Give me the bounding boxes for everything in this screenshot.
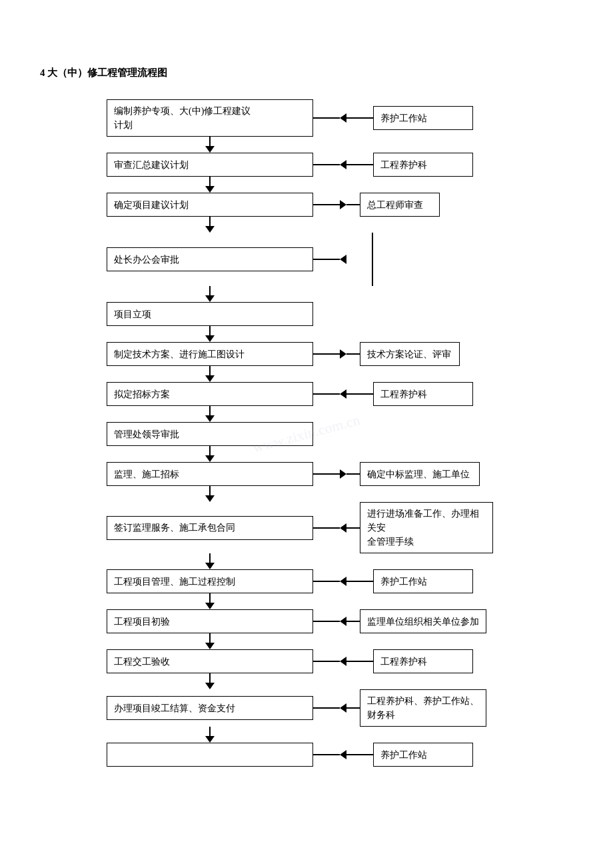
- step4-box: 处长办公会审批: [107, 247, 313, 271]
- step2-side: 工程养护科: [373, 153, 473, 177]
- step13-row: 工程交工验收 工程养护科: [107, 649, 473, 673]
- step11-box: 工程项目管理、施工过程控制: [107, 569, 313, 593]
- step1-box: 编制养护专项、大(中)修工程建议计划: [107, 99, 313, 137]
- step5-row: 项目立项: [107, 302, 313, 326]
- step13-side: 工程养护科: [373, 649, 473, 673]
- step6-box: 制定技术方案、进行施工图设计: [107, 342, 313, 366]
- step14-row: 办理项目竣工结算、资金支付 工程养护科、养护工作站、财务科: [107, 689, 486, 727]
- step2-row: 审查汇总建议计划 工程养护科: [107, 153, 473, 177]
- step3-row: 确定项目建议计划 总工程师审查: [107, 193, 440, 217]
- step11-row: 工程项目管理、施工过程控制 养护工作站: [107, 569, 473, 593]
- arr1: [107, 137, 313, 153]
- step15-row: 养护工作站: [107, 743, 473, 767]
- step9-row: 监理、施工招标 确定中标监理、施工单位: [107, 462, 480, 486]
- step15-box: [107, 743, 313, 767]
- step12-side: 监理单位组织相关单位参加: [360, 609, 486, 633]
- step9-side: 确定中标监理、施工单位: [360, 462, 480, 486]
- step1-row: 编制养护专项、大(中)修工程建议计划 养护工作站: [107, 99, 473, 137]
- page-title: 4 大（中）修工程管理流程图: [40, 67, 573, 79]
- step7-row: 拟定招标方案 工程养护科: [107, 382, 473, 406]
- step1-side: 养护工作站: [373, 106, 473, 130]
- step9-box: 监理、施工招标: [107, 462, 313, 486]
- step5-box: 项目立项: [107, 302, 313, 326]
- step10-row: 签订监理服务、施工承包合同 进行进场准备工作、办理相关安全管理手续: [107, 502, 493, 553]
- step11-side: 养护工作站: [373, 569, 473, 593]
- step7-side: 工程养护科: [373, 382, 473, 406]
- step10-box: 签订监理服务、施工承包合同: [107, 516, 313, 540]
- step15-side: 养护工作站: [373, 743, 473, 767]
- step2-box: 审查汇总建议计划: [107, 153, 313, 177]
- step1-hline2: [346, 117, 373, 119]
- step8-box: 管理处领导审批: [107, 422, 313, 446]
- step4-row: 处长办公会审批: [107, 233, 373, 286]
- step12-row: 工程项目初验 监理单位组织相关单位参加: [107, 609, 486, 633]
- step1-arrow: [340, 113, 346, 123]
- step7-box: 拟定招标方案: [107, 382, 313, 406]
- step10-side: 进行进场准备工作、办理相关安全管理手续: [360, 502, 493, 553]
- step6-row: 制定技术方案、进行施工图设计 技术方案论证、评审: [107, 342, 460, 366]
- step13-box: 工程交工验收: [107, 649, 313, 673]
- step14-box: 办理项目竣工结算、资金支付: [107, 696, 313, 720]
- step1-hline: [313, 117, 340, 119]
- flowchart: 编制养护专项、大(中)修工程建议计划 养护工作站 审查汇总建议计划 工程养护科 …: [107, 99, 573, 767]
- step8-row: 管理处领导审批: [107, 422, 313, 446]
- step6-side: 技术方案论证、评审: [360, 342, 460, 366]
- step3-side: 总工程师审查: [360, 193, 440, 217]
- step12-box: 工程项目初验: [107, 609, 313, 633]
- step14-side: 工程养护科、养护工作站、财务科: [360, 689, 486, 727]
- step3-box: 确定项目建议计划: [107, 193, 313, 217]
